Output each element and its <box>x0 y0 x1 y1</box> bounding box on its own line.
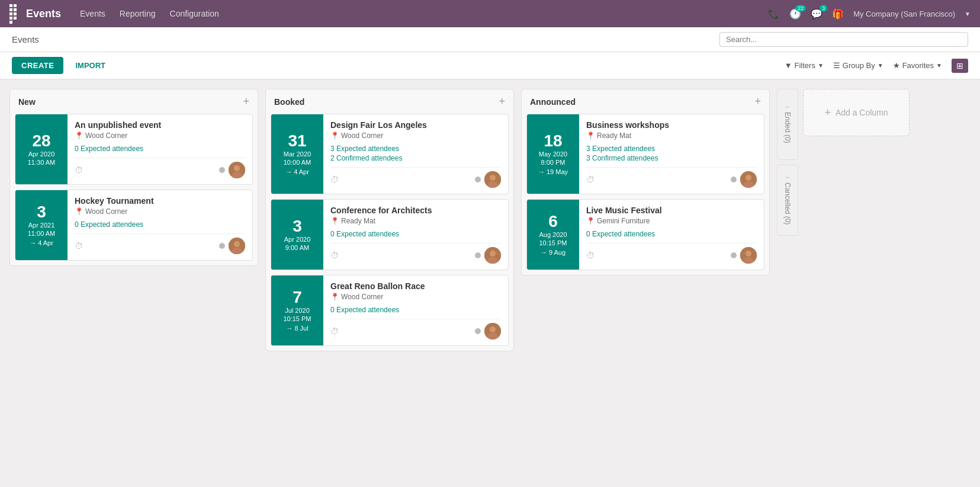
nav-events[interactable]: Events <box>80 9 105 18</box>
import-button[interactable]: IMPORT <box>70 57 110 74</box>
card-time: 10:00 AM <box>284 159 311 166</box>
card-footer: ⏱ <box>75 158 245 178</box>
kanban-card[interactable]: 3 Apr 2021 11:00 AM → 4 Apr Hockey Tourn… <box>15 190 253 261</box>
card-arrow-date: → 9 Aug <box>541 249 565 256</box>
avatar <box>484 247 501 264</box>
nav-configuration[interactable]: Configuration <box>170 9 219 18</box>
column-add-button[interactable]: + <box>754 95 761 108</box>
card-body: Conference for Architects 📍 Ready Mat 0 … <box>323 200 508 270</box>
pin-icon: 📍 <box>330 132 339 140</box>
clock-icon: ⏱ <box>330 175 339 184</box>
card-body: Great Reno Ballon Race 📍 Wood Corner 0 E… <box>323 275 508 345</box>
filter-icon: ▼ <box>785 61 792 70</box>
clock-icon[interactable]: 🕐22 <box>789 8 801 20</box>
kanban-card[interactable]: 31 Mar 2020 10:00 AM → 4 Apr Design Fair… <box>271 114 509 194</box>
clock-icon: ⏱ <box>586 251 595 260</box>
kanban-card[interactable]: 28 Apr 2020 11:30 AM An unpublished even… <box>15 114 253 185</box>
clock-icon: ⏱ <box>330 251 339 260</box>
chat-icon[interactable]: 💬3 <box>811 8 822 20</box>
card-date: 31 Mar 2020 10:00 AM → 4 Apr <box>271 114 323 194</box>
favorites-arrow-icon: ▼ <box>936 62 942 69</box>
favorites-button[interactable]: ★ Favorites ▼ <box>893 61 942 70</box>
favorites-label: Favorites <box>902 61 934 70</box>
card-time: 10:15 PM <box>283 315 311 322</box>
card-day: 6 <box>548 213 558 230</box>
card-location-text: Ready Mat <box>597 132 631 140</box>
card-location: 📍 Wood Corner <box>330 132 501 140</box>
column-add-button[interactable]: + <box>243 95 249 108</box>
card-title: An unpublished event <box>75 120 245 130</box>
card-location: 📍 Ready Mat <box>586 132 757 140</box>
topnav-menu: Events Reporting Configuration <box>80 9 219 18</box>
kanban-view-button[interactable]: ⊞ <box>952 59 968 73</box>
card-footer: ⏱ <box>330 167 501 188</box>
svg-point-19 <box>746 251 751 257</box>
column-add-button[interactable]: + <box>499 95 505 108</box>
kanban-card[interactable]: 7 Jul 2020 10:15 PM → 8 Jul Great Reno B… <box>271 275 509 346</box>
company-selector[interactable]: My Company (San Francisco) <box>853 9 955 18</box>
card-month-year: Mar 2020 <box>284 150 311 158</box>
fold-arrow-icon: ↕ <box>785 105 791 108</box>
card-location-text: Gemini Furniture <box>597 217 650 225</box>
company-dropdown-icon[interactable]: ▼ <box>965 11 971 17</box>
folded-column-1[interactable]: ↕Cancelled (0) <box>777 165 798 236</box>
svg-point-13 <box>490 326 496 332</box>
gift-icon[interactable]: 🎁 <box>832 8 844 20</box>
create-button[interactable]: CREATE <box>12 57 63 74</box>
card-title: Great Reno Ballon Race <box>330 281 501 291</box>
card-time: 10:15 PM <box>539 239 567 246</box>
kanban-card[interactable]: 18 May 2020 8:00 PM → 19 May Business wo… <box>526 114 764 194</box>
status-dot <box>731 252 737 258</box>
card-arrow-date: → 8 Jul <box>286 325 308 332</box>
add-column-button[interactable]: + Add a Column <box>803 89 910 136</box>
card-location: 📍 Wood Corner <box>330 293 501 301</box>
clock-icon: ⏱ <box>586 175 595 184</box>
column-announced: Announced + 18 May 2020 8:00 PM → 19 May… <box>521 89 770 275</box>
filters-button[interactable]: ▼ Filters ▼ <box>785 61 824 70</box>
card-arrow-date: → 4 Apr <box>285 168 309 175</box>
card-title: Live Music Festival <box>586 206 757 215</box>
card-location: 📍 Gemini Furniture <box>586 217 757 225</box>
card-arrow-date: → 19 May <box>538 168 568 175</box>
status-dot <box>475 177 481 182</box>
phone-icon[interactable]: 📞 <box>768 8 780 20</box>
filters-label: Filters <box>795 61 815 70</box>
column-new: New + 28 Apr 2020 11:30 AM An unpublishe… <box>9 89 258 266</box>
clock-icon: ⏱ <box>330 326 339 336</box>
search-input[interactable] <box>719 32 968 47</box>
groupby-label: Group By <box>843 61 875 70</box>
grid-icon <box>9 4 19 24</box>
card-location: 📍 Ready Mat <box>330 217 501 225</box>
card-expected-attendees: 0 Expected attendees <box>330 230 501 238</box>
card-month-year: Aug 2020 <box>539 231 567 238</box>
card-date: 3 Apr 2020 9:00 AM <box>271 200 323 270</box>
nav-reporting[interactable]: Reporting <box>120 9 156 18</box>
avatar <box>229 162 245 178</box>
clock-icon: ⏱ <box>75 165 83 175</box>
fold-arrow-icon: ↕ <box>785 176 791 179</box>
avatar <box>484 323 501 339</box>
card-month-year: Apr 2020 <box>284 236 311 243</box>
kanban-card[interactable]: 6 Aug 2020 10:15 PM → 9 Aug Live Music F… <box>526 199 764 270</box>
column-title: New <box>18 97 36 107</box>
toolbar-right: ▼ Filters ▼ ☰ Group By ▼ ★ Favorites ▼ ⊞ <box>785 59 968 73</box>
filters-arrow-icon: ▼ <box>818 62 824 69</box>
card-month-year: Apr 2021 <box>28 222 55 229</box>
kanban-card[interactable]: 3 Apr 2020 9:00 AM Conference for Archit… <box>271 199 509 270</box>
folded-columns: ↕Ended (0)↕Cancelled (0) <box>777 89 798 236</box>
status-dot <box>219 243 225 249</box>
groupby-arrow-icon: ▼ <box>878 62 883 69</box>
card-month-year: Jul 2020 <box>285 307 310 314</box>
chat-badge: 3 <box>820 5 827 12</box>
card-arrow-date: → 4 Apr <box>30 239 53 246</box>
folded-column-0[interactable]: ↕Ended (0) <box>777 89 798 160</box>
groupby-button[interactable]: ☰ Group By ▼ <box>833 61 883 70</box>
add-column-label: Add a Column <box>836 108 888 117</box>
card-day: 18 <box>544 133 562 149</box>
card-date: 28 Apr 2020 11:30 AM <box>15 114 68 184</box>
card-location: 📍 Wood Corner <box>75 207 245 216</box>
avatar <box>740 247 757 264</box>
column-title: Announced <box>530 97 576 107</box>
card-month-year: Apr 2020 <box>28 150 55 158</box>
card-footer: ⏱ <box>330 243 501 264</box>
